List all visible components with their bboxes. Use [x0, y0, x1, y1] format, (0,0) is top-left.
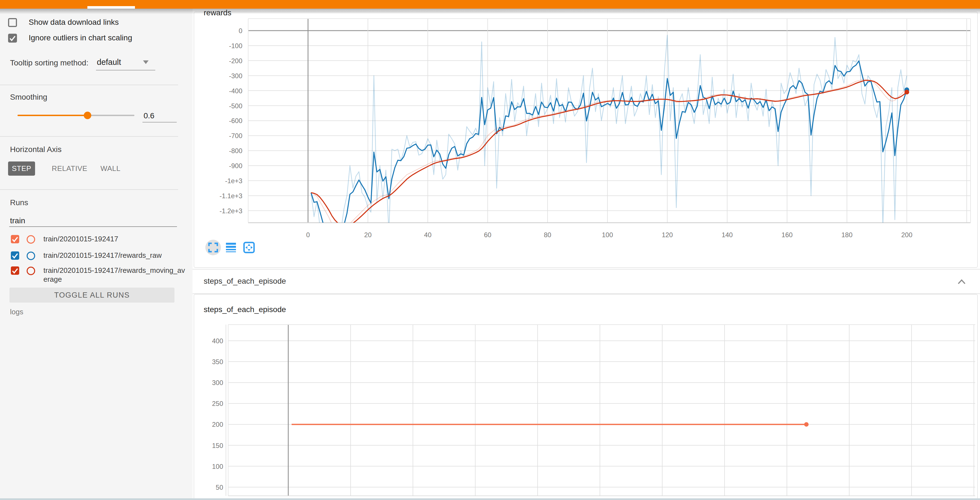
run-label: train/20201015-192417/rewards_moving_ave…: [43, 266, 187, 284]
chevron-up-icon[interactable]: [956, 278, 967, 286]
run-checkbox[interactable]: [11, 266, 19, 275]
section-header[interactable]: steps_of_each_episode: [192, 269, 980, 294]
svg-text:-1.2e+3: -1.2e+3: [220, 207, 242, 215]
app-bar-shadow: [0, 9, 980, 14]
runs-label: Runs: [10, 198, 28, 207]
svg-text:140: 140: [722, 231, 733, 239]
smoothing-value-underline: [142, 122, 177, 123]
svg-text:0: 0: [239, 27, 242, 35]
svg-text:-200: -200: [229, 57, 242, 65]
runs-filter-underline: [9, 226, 177, 227]
svg-text:-800: -800: [229, 147, 242, 154]
run-checkbox[interactable]: [11, 251, 19, 260]
run-label: train/20201015-192417: [43, 234, 187, 243]
svg-text:-1.1e+3: -1.1e+3: [220, 192, 242, 200]
smoothing-slider-knob[interactable]: [84, 111, 91, 119]
svg-text:350: 350: [212, 358, 223, 366]
svg-text:-700: -700: [229, 132, 242, 140]
show-data-download-links-label: Show data download links: [29, 18, 119, 27]
svg-text:-300: -300: [229, 72, 242, 80]
svg-text:120: 120: [662, 231, 673, 239]
fit-domain-icon[interactable]: [243, 242, 255, 253]
smoothing-slider-fill: [18, 115, 88, 116]
svg-text:160: 160: [782, 231, 793, 239]
svg-text:-500: -500: [229, 102, 242, 110]
tensorboard-app: Show data download links Ignore outliers…: [0, 0, 980, 500]
svg-text:20: 20: [364, 231, 372, 239]
rewards-chart[interactable]: 0-100-200-300-400-500-600-700-800-900-1e…: [194, 11, 978, 269]
svg-text:-600: -600: [229, 117, 242, 124]
run-row[interactable]: train/20201015-192417/rewards_moving_ave…: [11, 266, 187, 284]
svg-text:100: 100: [212, 463, 223, 470]
svg-text:150: 150: [212, 442, 223, 449]
ignore-outliers-label: Ignore outliers in chart scaling: [29, 33, 132, 42]
run-isolate-circle[interactable]: [26, 235, 36, 244]
run-isolate-circle[interactable]: [26, 266, 36, 275]
run-row[interactable]: train/20201015-192417: [11, 235, 187, 244]
tooltip-sorting-label: Tooltip sorting method:: [10, 59, 89, 67]
top-app-bar: [0, 0, 980, 9]
run-checkbox[interactable]: [11, 235, 19, 244]
tooltip-sorting-value: default: [97, 57, 121, 67]
svg-text:400: 400: [212, 337, 223, 345]
divider: [0, 84, 178, 85]
horizontal-axis-label: Horizontal Axis: [10, 145, 62, 154]
bottom-scrollbar-track[interactable]: [0, 498, 980, 500]
svg-text:180: 180: [842, 231, 853, 239]
tooltip-sorting-dropdown[interactable]: default: [97, 57, 155, 67]
svg-text:200: 200: [901, 231, 912, 239]
dropdown-underline: [96, 70, 155, 70]
chevron-down-icon: [143, 61, 149, 64]
divider: [0, 189, 178, 190]
svg-text:250: 250: [212, 400, 223, 407]
toggle-all-runs-button[interactable]: TOGGLE ALL RUNS: [10, 288, 175, 303]
svg-text:-400: -400: [229, 87, 242, 95]
svg-text:200: 200: [212, 420, 223, 428]
log-scale-icon[interactable]: [226, 242, 237, 253]
check-icon: [8, 34, 17, 43]
ignore-outliers-checkbox[interactable]: [8, 34, 17, 43]
logdir-label: logs: [10, 307, 23, 316]
svg-text:-100: -100: [229, 42, 242, 49]
axis-relative-button[interactable]: RELATIVE: [53, 161, 86, 176]
steps-chart[interactable]: 40035030025020015010050: [194, 294, 980, 500]
svg-text:50: 50: [216, 484, 223, 491]
svg-text:60: 60: [484, 231, 492, 239]
show-data-download-links-checkbox[interactable]: [8, 18, 17, 27]
smoothing-label: Smoothing: [10, 93, 47, 102]
svg-text:0: 0: [306, 231, 310, 239]
run-row[interactable]: train/20201015-192417/rewards_raw: [11, 251, 187, 261]
axis-step-button[interactable]: STEP: [8, 161, 35, 176]
axis-wall-button[interactable]: WALL: [97, 161, 124, 176]
svg-text:-1e+3: -1e+3: [225, 177, 242, 185]
steps-chart-title: steps_of_each_episode: [204, 305, 286, 314]
expand-chart-icon[interactable]: [205, 239, 221, 256]
section-title: steps_of_each_episode: [204, 277, 286, 286]
run-label: train/20201015-192417/rewards_raw: [43, 251, 187, 260]
smoothing-value[interactable]: 0.6: [143, 111, 154, 120]
svg-text:80: 80: [544, 231, 551, 239]
divider: [0, 136, 178, 137]
run-isolate-circle[interactable]: [26, 251, 36, 261]
svg-text:300: 300: [212, 379, 223, 386]
settings-sidebar: Show data download links Ignore outliers…: [0, 9, 192, 500]
svg-text:40: 40: [424, 231, 431, 239]
svg-text:100: 100: [602, 231, 613, 239]
svg-text:-900: -900: [229, 162, 242, 170]
active-tab-indicator: [88, 6, 135, 9]
runs-filter-input[interactable]: train: [10, 216, 25, 225]
